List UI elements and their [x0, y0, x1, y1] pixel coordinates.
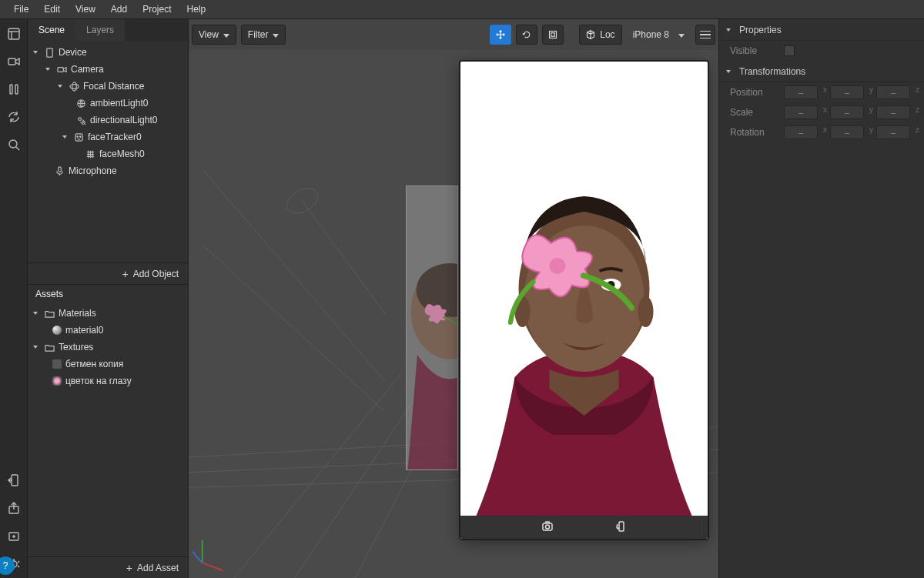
tab-scene[interactable]: Scene — [28, 19, 75, 41]
viewport-menu-icon[interactable] — [695, 25, 715, 45]
library-add-icon[interactable] — [7, 529, 21, 543]
view-dropdown[interactable]: View — [192, 25, 236, 45]
device-select[interactable]: iPhone 8 — [627, 25, 691, 45]
rotation-x-input[interactable]: – — [784, 125, 818, 139]
scale-z-input[interactable]: – — [876, 105, 910, 119]
node-label: faceTracker0 — [88, 132, 142, 142]
menu-add[interactable]: Add — [103, 1, 135, 18]
svg-point-24 — [283, 183, 322, 218]
node-label: бетмен копия — [65, 359, 123, 369]
svg-rect-22 — [550, 32, 557, 38]
node-label: directionalLight0 — [90, 115, 157, 125]
menu-file[interactable]: File — [6, 1, 36, 18]
node-label: цветок на глазу — [65, 376, 132, 386]
svg-rect-12 — [46, 48, 52, 56]
visible-checkbox[interactable] — [784, 45, 795, 56]
node-label: ambientLight0 — [90, 98, 148, 109]
svg-rect-8 — [12, 475, 18, 486]
node-device[interactable]: Device — [28, 44, 188, 61]
position-y-input[interactable]: – — [830, 85, 864, 99]
menu-help[interactable]: Help — [179, 1, 214, 18]
assets-title: Assets — [28, 285, 188, 302]
section-transformations[interactable]: Transformations — [719, 61, 924, 82]
folder-icon — [44, 308, 55, 319]
asset-texture-0[interactable]: бетмен копия — [28, 356, 188, 373]
scale-tool-icon[interactable] — [542, 25, 564, 45]
pause-icon[interactable] — [7, 82, 21, 96]
search-icon[interactable] — [7, 138, 21, 152]
viewport-canvas[interactable] — [189, 50, 718, 578]
scale-y-input[interactable]: – — [830, 105, 864, 119]
texture-thumb-icon — [52, 376, 62, 386]
svg-rect-13 — [57, 67, 62, 72]
layout-icon[interactable] — [7, 27, 21, 41]
node-label: Device — [59, 47, 87, 58]
switch-camera-icon[interactable] — [541, 520, 554, 535]
export-icon[interactable] — [7, 501, 21, 515]
add-asset-button[interactable]: +Add Asset — [28, 556, 188, 578]
svg-rect-5 — [15, 85, 18, 94]
add-object-label: Add Object — [133, 269, 179, 279]
folder-materials[interactable]: Materials — [28, 305, 188, 322]
position-z-input[interactable]: – — [876, 85, 910, 99]
node-ambient-light[interactable]: ambientLight0 — [28, 95, 188, 112]
node-label: Camera — [71, 64, 104, 75]
svg-rect-18 — [75, 133, 82, 140]
move-tool-icon[interactable] — [490, 25, 511, 45]
node-focal-distance[interactable]: Focal Distance — [28, 78, 188, 95]
filter-dropdown[interactable]: Filter — [241, 25, 286, 45]
svg-point-19 — [76, 135, 77, 136]
menu-view[interactable]: View — [68, 1, 103, 18]
svg-point-6 — [9, 140, 17, 148]
rotate-device-icon[interactable] — [615, 520, 628, 535]
scene-tree: Device Camera Focal Distance ambientLigh… — [28, 41, 188, 182]
prop-label: Scale — [730, 107, 776, 118]
camera-icon — [56, 64, 67, 75]
node-microphone[interactable]: Microphone — [28, 162, 188, 179]
help-badge-icon[interactable]: ? — [0, 556, 15, 575]
menu-project[interactable]: Project — [135, 1, 179, 18]
prop-scale-row: Scale –x –y –z — [719, 102, 924, 122]
node-label: Textures — [59, 342, 93, 352]
svg-line-7 — [16, 147, 19, 150]
asset-texture-1[interactable]: цветок на глазу — [28, 373, 188, 389]
face-icon — [73, 132, 84, 142]
folder-icon — [44, 342, 55, 352]
send-to-device-icon[interactable] — [7, 473, 21, 487]
position-x-input[interactable]: – — [784, 85, 818, 99]
device-icon — [44, 47, 55, 58]
tab-layers[interactable]: Layers — [75, 19, 125, 41]
node-label: material0 — [65, 325, 103, 336]
scale-x-input[interactable]: – — [784, 105, 818, 119]
rotation-y-input[interactable]: – — [830, 125, 864, 139]
svg-point-20 — [79, 135, 80, 136]
svg-line-27 — [192, 552, 203, 563]
svg-rect-0 — [8, 28, 19, 39]
device-preview — [460, 61, 708, 540]
scene-panel: Scene Layers Device Camera Focal Dist — [28, 19, 188, 284]
svg-point-14 — [69, 84, 78, 89]
focal-icon — [69, 81, 79, 92]
add-object-button[interactable]: +Add Object — [28, 262, 188, 284]
node-directional-light[interactable]: directionalLight0 — [28, 112, 188, 129]
folder-textures[interactable]: Textures — [28, 339, 188, 356]
refresh-icon[interactable] — [7, 110, 21, 124]
asset-material0[interactable]: material0 — [28, 322, 188, 339]
node-face-tracker[interactable]: faceTracker0 — [28, 129, 188, 145]
prop-label: Rotation — [730, 127, 776, 138]
preview-footer — [460, 516, 708, 539]
rotation-z-input[interactable]: – — [876, 125, 910, 139]
viewport: View Filter Loc iPhone 8 — [189, 19, 719, 578]
node-camera[interactable]: Camera — [28, 61, 188, 78]
section-properties[interactable]: Properties — [719, 19, 924, 41]
svg-point-15 — [72, 82, 76, 90]
svg-line-26 — [203, 563, 223, 570]
viewport-toolbar: View Filter Loc iPhone 8 — [192, 22, 715, 47]
video-icon[interactable] — [7, 55, 21, 68]
node-face-mesh[interactable]: faceMesh0 — [28, 145, 188, 162]
menu-edit[interactable]: Edit — [36, 1, 68, 18]
svg-point-40 — [545, 525, 549, 529]
coord-space-dropdown[interactable]: Loc — [579, 25, 621, 45]
rotate-tool-icon[interactable] — [516, 25, 537, 45]
node-label: Focal Distance — [83, 81, 144, 92]
